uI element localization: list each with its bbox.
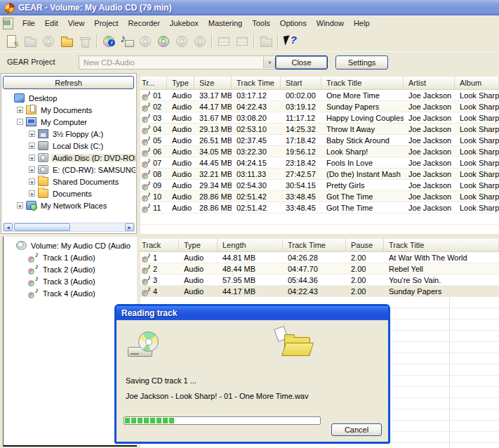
track-row[interactable]: 02 Audio 44.17 MB 04:22.43 03:19.12 Sund… <box>140 101 499 112</box>
menu-item[interactable]: Edit <box>40 17 63 29</box>
tree-item-label: Track 4 (Audio) <box>41 289 97 298</box>
tree-item[interactable]: + Shared Documents <box>2 176 135 187</box>
menu-item[interactable]: Mastering <box>204 17 247 29</box>
save-tracks-icon[interactable] <box>118 33 136 50</box>
track-row[interactable]: 01 Audio 33.17 MB 03:17.12 00:02.00 One … <box>140 90 499 101</box>
track-row[interactable]: 2 Audio 48.44 MB 04:47.70 2.00 Rebel Yel… <box>140 263 499 275</box>
scroll-right-icon[interactable]: ▶ <box>125 223 134 231</box>
new-project-icon[interactable] <box>3 33 21 50</box>
track-row[interactable]: 08 Audio 32.21 MB 03:11.33 27:42.57 (Do … <box>140 169 499 180</box>
tree-item-label: My Documents <box>39 106 93 114</box>
menu-item[interactable]: Options <box>275 17 312 29</box>
menu-item[interactable]: Tools <box>247 17 275 29</box>
tree-item[interactable]: + My Network Places <box>2 199 135 211</box>
menu-item[interactable]: Jukebox <box>165 17 204 29</box>
column-header-track-title[interactable]: Track Title <box>384 239 499 251</box>
tree-item[interactable]: Track 4 (Audio) <box>4 287 136 299</box>
erase-cd-icon[interactable] <box>136 33 154 50</box>
save-tracks-icon <box>120 34 134 48</box>
horizontal-scrollbar[interactable]: ◀ ▶ <box>3 223 135 232</box>
tree-item[interactable]: + Audio Disc (D: DVD-ROM <box>2 152 135 164</box>
track-row[interactable]: 3 Audio 57.95 MB 05:44.36 2.00 You're So… <box>140 275 499 286</box>
verify-cd-icon[interactable] <box>191 33 209 50</box>
track-row[interactable]: 03 Audio 31.67 MB 03:08.20 11:17.12 Happ… <box>140 112 499 124</box>
expander-icon[interactable]: + <box>17 202 23 209</box>
column-header-album[interactable]: Album <box>455 77 499 89</box>
column-header-start[interactable]: Start <box>281 77 321 89</box>
track-row[interactable]: 06 Audio 34.05 MB 03:22.30 19:56.12 Look… <box>140 146 499 157</box>
column-header-track-title[interactable]: Track Title <box>321 77 404 89</box>
toolbar-separator <box>253 34 255 48</box>
cancel-button[interactable]: Cancel <box>331 423 382 436</box>
expander-icon[interactable]: + <box>17 107 23 113</box>
project-bar: GEAR Project New CD-Audio ▼ Close Settin… <box>0 52 499 73</box>
expander-icon[interactable]: + <box>29 190 35 197</box>
scrollbar-thumb[interactable] <box>14 223 70 231</box>
column-header-track[interactable]: Track <box>140 239 179 251</box>
tree-item[interactable]: + 3½ Floppy (A:) <box>2 128 135 140</box>
details-view-icon[interactable] <box>233 33 251 50</box>
tree-item[interactable]: + Documents <box>2 187 135 199</box>
menu-item[interactable]: View <box>63 17 90 29</box>
settings-button[interactable]: Settings <box>335 55 388 70</box>
track-row[interactable]: 05 Audio 26.51 MB 02:37.45 17:18.42 Baby… <box>140 135 499 146</box>
scroll-left-icon[interactable]: ◀ <box>4 223 13 231</box>
expander-icon[interactable]: + <box>29 178 35 185</box>
track-row[interactable]: 10 Audio 28.86 MB 02:51.42 33:48.45 Got … <box>140 191 499 202</box>
track-row[interactable]: 04 Audio 29.13 MB 02:53.10 14:25.32 Thro… <box>140 124 499 135</box>
column-header-track-time[interactable]: Track Time <box>283 239 346 251</box>
refresh-button[interactable]: Refresh <box>3 76 134 89</box>
tree-item[interactable]: Track 3 (Audio) <box>4 275 136 287</box>
network-icon <box>26 201 36 210</box>
column-header-size[interactable]: Size <box>194 77 232 89</box>
column-header-type[interactable]: Type <box>179 239 218 251</box>
menu-item[interactable]: Window <box>312 17 349 29</box>
close-button[interactable]: Close <box>275 55 328 70</box>
expander-icon[interactable]: + <box>29 131 35 137</box>
tree-item[interactable]: Track 1 (Audio) <box>4 251 136 263</box>
track-list-view-icon[interactable] <box>215 33 233 50</box>
column-header-type[interactable]: Type <box>167 77 194 89</box>
tree-item[interactable]: - My Computer <box>2 116 135 128</box>
expander-icon[interactable]: + <box>29 166 35 173</box>
menu-item[interactable]: Recorder <box>124 17 165 29</box>
expander-icon[interactable]: + <box>29 143 35 149</box>
tree-item[interactable]: + My Documents <box>2 104 135 116</box>
column-header-track-time[interactable]: Track Time <box>232 77 281 89</box>
track-row[interactable]: 09 Audio 29.34 MB 02:54.30 30:54.15 Pret… <box>140 180 499 191</box>
project-type-value: New CD-Audio <box>84 58 135 67</box>
track-row[interactable]: 4 Audio 44.17 MB 04:22.43 2.00 Sunday Pa… <box>140 286 499 297</box>
menu-item[interactable]: Project <box>89 17 123 29</box>
folder-view-icon[interactable] <box>257 33 275 50</box>
open-folder-icon[interactable] <box>58 33 76 50</box>
toolbar-separator <box>211 34 213 48</box>
tree-item[interactable]: + E: (CD-RW): SAMSUNG <box>2 164 135 176</box>
tree-item[interactable]: + Local Disk (C:) <box>2 140 135 152</box>
track-row[interactable]: 1 Audio 44.81 MB 04:26.28 2.00 At War Wi… <box>140 252 499 263</box>
expander-icon[interactable]: - <box>17 119 23 125</box>
column-header-track[interactable]: Tr... <box>140 77 167 89</box>
context-help-icon[interactable] <box>281 33 299 50</box>
record-cd-icon[interactable] <box>154 33 173 50</box>
cd-info-icon[interactable] <box>100 33 118 50</box>
menu-item[interactable]: File <box>18 17 40 29</box>
verify-cd-icon <box>193 34 207 48</box>
copy-cd-icon[interactable] <box>39 33 58 50</box>
project-type-select[interactable]: New CD-Audio ▼ <box>79 55 277 70</box>
menu-item[interactable]: Help <box>349 17 375 29</box>
column-header-artist[interactable]: Artist <box>404 77 455 89</box>
tree-item[interactable]: Desktop <box>2 92 135 104</box>
cd-track-icon <box>142 287 151 296</box>
open-project-icon[interactable] <box>21 33 39 50</box>
expander-icon[interactable]: + <box>29 154 35 161</box>
tree-item[interactable]: Volume: My Audio CD (Audio <box>4 239 136 251</box>
cd-track-icon <box>142 170 151 178</box>
column-header-length[interactable]: Length <box>218 239 283 251</box>
column-header-pause[interactable]: Pause <box>346 239 384 251</box>
track-row[interactable]: 11 Audio 28.86 MB 02:51.42 33:48.45 Got … <box>140 202 499 213</box>
cd-rw-icon[interactable] <box>173 33 191 50</box>
cd-track-icon <box>142 147 151 156</box>
tree-item[interactable]: Track 2 (Audio) <box>4 263 136 275</box>
delete-icon[interactable] <box>76 33 94 50</box>
track-row[interactable]: 07 Audio 44.45 MB 04:24.15 23:18.42 Fool… <box>140 157 499 169</box>
